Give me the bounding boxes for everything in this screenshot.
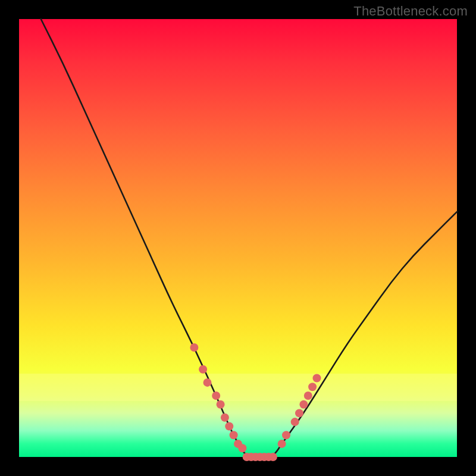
optimal-dot bbox=[295, 409, 303, 417]
optimal-dot bbox=[238, 444, 246, 452]
optimal-dot bbox=[291, 418, 299, 426]
optimal-dot bbox=[225, 422, 233, 431]
optimal-dot bbox=[308, 383, 317, 391]
optimal-dot bbox=[282, 431, 290, 439]
optimal-dot bbox=[260, 453, 268, 461]
optimal-dot bbox=[269, 453, 277, 461]
optimal-dot bbox=[190, 343, 198, 352]
optimal-dot bbox=[256, 453, 264, 461]
optimal-dot bbox=[221, 414, 229, 422]
bottleneck-curve bbox=[41, 19, 457, 457]
chart-stage: TheBottleneck.com bbox=[0, 0, 476, 476]
optimal-dot bbox=[304, 392, 312, 400]
optimal-dot bbox=[217, 400, 225, 409]
watermark-label: TheBottleneck.com bbox=[353, 4, 468, 19]
plot-area bbox=[19, 19, 457, 457]
optimal-dot bbox=[212, 392, 220, 400]
optimal-dot bbox=[313, 374, 321, 383]
curve-svg bbox=[19, 19, 457, 457]
optimal-dot bbox=[199, 365, 207, 374]
optimal-dot bbox=[299, 400, 308, 409]
optimal-dot bbox=[203, 378, 212, 387]
optimal-dot bbox=[278, 440, 286, 448]
optimal-dot bbox=[265, 453, 273, 461]
optimal-dots-group bbox=[190, 343, 321, 461]
optimal-dot bbox=[243, 453, 251, 461]
optimal-dot bbox=[230, 431, 238, 439]
optimal-dot bbox=[234, 440, 242, 448]
highlight-band bbox=[19, 374, 457, 401]
optimal-dot bbox=[251, 453, 259, 461]
optimal-dot bbox=[247, 453, 255, 461]
